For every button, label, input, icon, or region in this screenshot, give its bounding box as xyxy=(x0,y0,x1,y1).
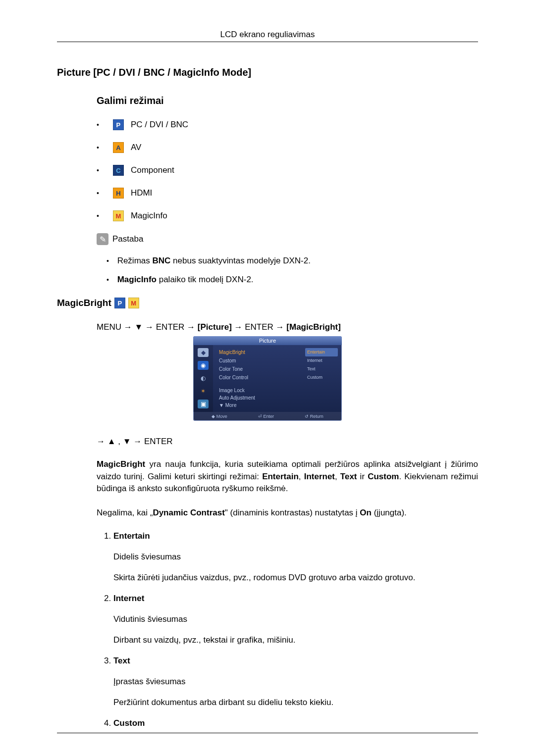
osd-sidebar-icon: ◆ xyxy=(198,348,209,357)
osd-sidebar-icon: ◉ xyxy=(198,361,209,370)
note-text: nebus suaktyvintas modelyje DXN-2. xyxy=(170,256,311,265)
desc-bold: MagicBright xyxy=(97,459,145,469)
item-title: Entertain xyxy=(113,531,478,541)
page-footer-rule xyxy=(57,733,478,733)
subheading-magicbright: MagicBright P M xyxy=(57,298,478,308)
note-item: MagicInfo palaiko tik modelį DXN-2. xyxy=(107,275,478,285)
mode-label: AV xyxy=(131,143,141,152)
mode-item-component: C Component xyxy=(97,165,478,176)
item-text: Įprastas šviesumas xyxy=(113,677,478,687)
osd-menu-item: Image Lock xyxy=(219,387,245,394)
osd-sidebar-icon: ▣ xyxy=(198,400,209,408)
section-heading-picture: Picture [PC / DVI / BNC / MagicInfo Mode… xyxy=(57,67,478,78)
page-header: LCD ekrano reguliavimas xyxy=(57,30,478,42)
mode-item-pc: P PC / DVI / BNC xyxy=(97,119,478,130)
desc-text: , xyxy=(335,472,340,481)
mode-m-icon: M xyxy=(113,210,124,221)
item-text: Didelis šviesumas xyxy=(113,552,478,562)
note-header: ✎ Pastaba xyxy=(57,233,478,245)
osd-sidebar-icon: ✶ xyxy=(198,387,209,396)
osd-menu-item: ▼ More xyxy=(219,402,236,409)
osd-menu-item: Custom xyxy=(219,357,236,364)
mode-item-hdmi: H HDMI xyxy=(97,188,478,199)
mode-label: HDMI xyxy=(131,188,152,198)
desc-text: (įjungta). xyxy=(372,508,407,517)
mode-label: MagicInfo xyxy=(131,211,167,221)
desc-text: Negalima, kai „ xyxy=(97,508,153,517)
item-text: Dirbant su vaizdų, pvz., tekstai ir graf… xyxy=(113,635,478,645)
item-title: Internet xyxy=(113,594,478,604)
item-text: Peržiūrint dokumentus arba dirbant su di… xyxy=(113,698,478,707)
mode-a-icon: A xyxy=(113,142,124,153)
mode-p-icon: P xyxy=(113,119,124,130)
osd-value: Internet xyxy=(305,356,338,365)
mode-list: P PC / DVI / BNC A AV C Component H HDMI… xyxy=(57,119,478,221)
note-title: Pastaba xyxy=(112,234,143,244)
desc-bold: Internet xyxy=(304,472,335,481)
list-item-entertain: Entertain Didelis šviesumas Skirta žiūrė… xyxy=(113,531,478,583)
desc-bold: Dynamic Contrast xyxy=(153,508,224,517)
osd-footer-label: Return xyxy=(310,414,323,419)
path-text: → ENTER → xyxy=(232,322,287,332)
osd-menu-item: Color Control xyxy=(219,374,248,381)
mode-p-icon: P xyxy=(114,298,125,308)
list-item-internet: Internet Vidutinis šviesumas Dirbant su … xyxy=(113,594,478,645)
desc-bold: On xyxy=(360,508,372,517)
mode-item-magicinfo: M MagicInfo xyxy=(97,210,478,221)
note-bold: BNC xyxy=(153,256,171,265)
desc-text: " (dinaminis kontrastas) nustatytas į xyxy=(225,508,360,517)
osd-footer-label: Move xyxy=(216,414,227,419)
osd-value: Entertain xyxy=(305,348,338,356)
mode-m-icon: M xyxy=(128,298,139,308)
osd-value: Text xyxy=(305,365,338,373)
note-text: Režimas xyxy=(117,256,153,265)
item-text: Skirta žiūrėti judančius vaizdus, pvz., … xyxy=(113,573,478,583)
osd-title: Picture xyxy=(193,336,342,345)
osd-value: Custom xyxy=(305,373,338,382)
note-list: Režimas BNC nebus suaktyvintas modelyje … xyxy=(57,256,478,285)
note-bold: MagicInfo xyxy=(117,275,157,284)
path-bold: [Picture] xyxy=(198,322,232,332)
list-item-text: Text Įprastas šviesumas Peržiūrint dokum… xyxy=(113,656,478,707)
note-text: palaiko tik modelį DXN-2. xyxy=(157,275,254,284)
osd-menu: MagicBrightEntertain CustomInternet Colo… xyxy=(213,345,342,412)
osd-menu-item: Color Tone xyxy=(219,365,243,373)
desc-text: , xyxy=(299,472,304,481)
mode-h-icon: H xyxy=(113,188,124,199)
list-item-custom: Custom xyxy=(113,718,478,728)
osd-menu-item: MagicBright xyxy=(219,349,245,356)
path-text: MENU → ▼ → ENTER → xyxy=(97,322,198,332)
desc-bold: Entertain xyxy=(262,472,299,481)
mode-c-icon: C xyxy=(113,165,124,176)
osd-footer: ◆ Move ⏎ Enter ↺ Return xyxy=(193,412,342,421)
osd-sidebar-icon: ◐ xyxy=(198,374,209,383)
osd-sidebar: ◆ ◉ ◐ ✶ ▣ xyxy=(193,345,213,412)
mode-item-av: A AV xyxy=(97,142,478,153)
osd-footer-label: Enter xyxy=(263,414,274,419)
subheading-available-modes: Galimi režimai xyxy=(57,95,478,106)
magicbright-description: MagicBright yra nauja funkcija, kuria su… xyxy=(57,458,478,495)
dynamic-contrast-note: Negalima, kai „Dynamic Contrast" (dinami… xyxy=(57,507,478,519)
desc-bold: Custom xyxy=(368,472,399,481)
menu-navigation-path: MENU → ▼ → ENTER → [Picture] → ENTER → [… xyxy=(57,322,478,332)
mode-label: Component xyxy=(131,165,174,175)
desc-text: ir xyxy=(357,472,368,481)
item-title: Text xyxy=(113,656,478,666)
osd-screenshot: Picture ◆ ◉ ◐ ✶ ▣ MagicBrightEntertain C… xyxy=(57,336,478,421)
item-text: Vidutinis šviesumas xyxy=(113,614,478,624)
note-item: Režimas BNC nebus suaktyvintas modelyje … xyxy=(107,256,478,266)
mode-label: PC / DVI / BNC xyxy=(131,120,188,130)
osd-menu-item: Auto Adjustment xyxy=(219,394,255,402)
menu-navigation-path-2: → ▲ , ▼ → ENTER xyxy=(57,437,478,447)
path-bold: [MagicBright] xyxy=(286,322,341,332)
desc-bold: Text xyxy=(340,472,357,481)
magicbright-mode-list: Entertain Didelis šviesumas Skirta žiūrė… xyxy=(57,531,478,728)
item-title: Custom xyxy=(113,718,478,728)
heading-text: MagicBright xyxy=(57,298,111,308)
note-icon: ✎ xyxy=(97,233,108,245)
